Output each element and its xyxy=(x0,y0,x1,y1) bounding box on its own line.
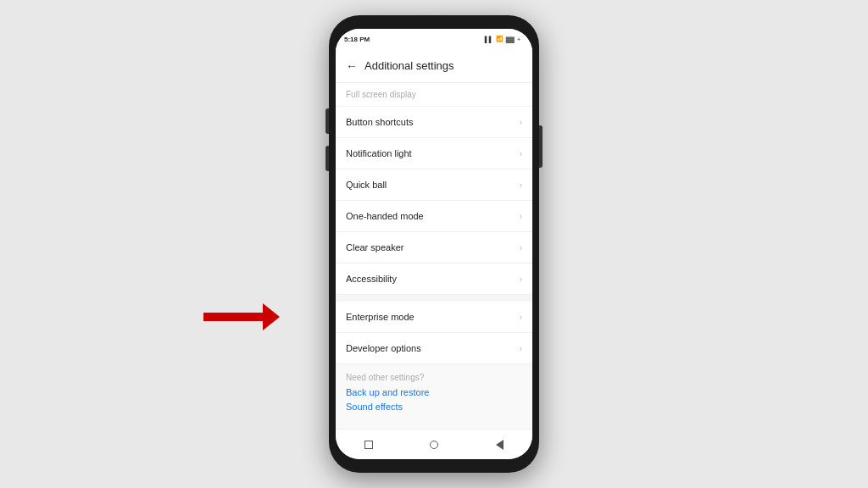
nav-recent-button[interactable] xyxy=(362,438,376,452)
status-icons: ▌▌ 📶 ▓▓ + xyxy=(485,36,520,42)
chevron-icon: › xyxy=(520,118,522,127)
recent-apps-icon xyxy=(364,441,373,449)
section-divider xyxy=(336,295,532,302)
quick-ball-label: Quick ball xyxy=(346,180,387,190)
phone-screen: 5:18 PM ▌▌ 📶 ▓▓ + ← Additional settings … xyxy=(336,29,532,459)
chevron-icon: › xyxy=(520,149,522,158)
notification-light-label: Notification light xyxy=(346,148,412,158)
settings-item-notification-light[interactable]: Notification light › xyxy=(336,138,532,169)
chevron-icon: › xyxy=(520,313,522,322)
developer-options-label: Developer options xyxy=(346,343,421,353)
footer-section: Need other settings? Back up and restore… xyxy=(336,364,532,429)
chevron-icon: › xyxy=(520,344,522,353)
settings-item-quick-ball[interactable]: Quick ball › xyxy=(336,169,532,201)
backup-restore-link[interactable]: Back up and restore xyxy=(346,387,522,397)
settings-item-button-shortcuts[interactable]: Button shortcuts › xyxy=(336,107,532,138)
settings-item-clear-speaker[interactable]: Clear speaker › xyxy=(336,232,532,263)
battery-plus: + xyxy=(517,36,520,42)
sound-effects-link[interactable]: Sound effects xyxy=(346,402,522,412)
status-bar: 5:18 PM ▌▌ 📶 ▓▓ + xyxy=(336,29,532,49)
enterprise-mode-label: Enterprise mode xyxy=(346,312,415,322)
status-time: 5:18 PM xyxy=(344,36,370,43)
chevron-icon: › xyxy=(520,243,522,252)
accessibility-label: Accessibility xyxy=(346,274,397,284)
settings-item-one-handed-mode[interactable]: One-handed mode › xyxy=(336,201,532,232)
battery-icon: ▓▓ xyxy=(506,36,515,42)
faded-item: Full screen display xyxy=(336,83,532,107)
settings-item-enterprise-mode[interactable]: Enterprise mode › xyxy=(336,302,532,333)
chevron-icon: › xyxy=(520,212,522,221)
phone-frame: 5:18 PM ▌▌ 📶 ▓▓ + ← Additional settings … xyxy=(329,15,539,473)
page-title: Additional settings xyxy=(364,59,454,72)
home-icon xyxy=(430,441,438,449)
phone-notch xyxy=(426,15,442,20)
app-header: ← Additional settings xyxy=(336,49,532,83)
nav-back-button[interactable] xyxy=(492,438,506,452)
button-shortcuts-label: Button shortcuts xyxy=(346,117,414,127)
back-button[interactable]: ← xyxy=(346,59,358,73)
chevron-icon: › xyxy=(520,274,522,284)
settings-content: Full screen display Button shortcuts › N… xyxy=(336,83,532,429)
settings-group-1: Button shortcuts › Notification light › … xyxy=(336,107,532,295)
wifi-icon: 📶 xyxy=(496,36,504,42)
chevron-icon: › xyxy=(520,180,522,190)
sim-icon: ▌▌ xyxy=(485,36,493,42)
nav-bar xyxy=(336,429,532,459)
settings-group-2: Enterprise mode › Developer options › xyxy=(336,302,532,364)
settings-item-accessibility[interactable]: Accessibility › xyxy=(336,263,532,295)
clear-speaker-label: Clear speaker xyxy=(346,242,403,252)
annotation-arrow xyxy=(203,303,280,330)
footer-label: Need other settings? xyxy=(346,373,522,382)
one-handed-mode-label: One-handed mode xyxy=(346,211,424,221)
nav-home-button[interactable] xyxy=(427,438,441,452)
settings-item-developer-options[interactable]: Developer options › xyxy=(336,333,532,364)
back-icon xyxy=(496,440,504,450)
